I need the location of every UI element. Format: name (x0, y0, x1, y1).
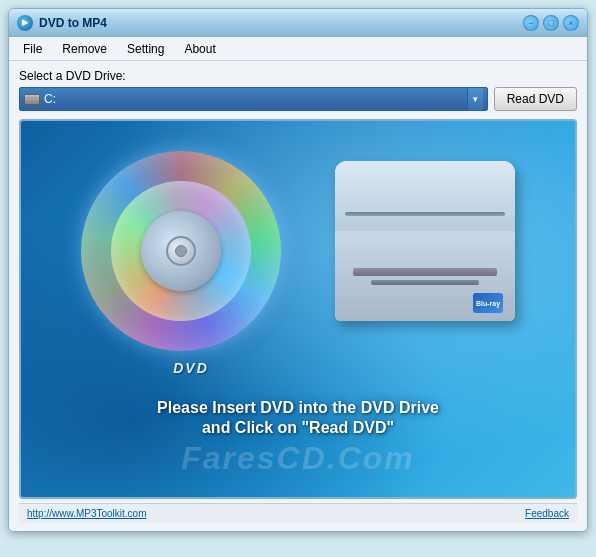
drive-icon (24, 94, 40, 105)
drive-strip-1 (353, 268, 497, 276)
drive-select-wrapper: C: ▼ (19, 87, 488, 111)
close-button[interactable]: × (563, 15, 579, 31)
minimize-button[interactable]: − (523, 15, 539, 31)
menu-setting[interactable]: Setting (117, 40, 174, 58)
disc-hub (166, 236, 196, 266)
title-bar-left: ▶ DVD to MP4 (17, 15, 107, 31)
maximize-button[interactable]: □ (543, 15, 559, 31)
menu-file[interactable]: File (13, 40, 52, 58)
insert-text-line1: Please Insert DVD into the DVD Drive (21, 399, 575, 417)
drive-label: Select a DVD Drive: (19, 69, 577, 83)
drive-body: Blu-ray (335, 161, 515, 321)
drive-select[interactable]: C: ▼ (19, 87, 488, 111)
disc-hole (175, 245, 187, 257)
disc-inner-ring (111, 181, 251, 321)
menu-about[interactable]: About (174, 40, 225, 58)
dvd-disc: DVD (81, 151, 301, 371)
content-area: Select a DVD Drive: C: ▼ Read DVD (9, 61, 587, 531)
drive-strip-2 (371, 280, 479, 285)
main-window: ▶ DVD to MP4 − □ × File Remove Setting A… (8, 8, 588, 532)
drive-slot (345, 212, 505, 216)
drive-select-value: C: (44, 92, 467, 106)
drive-top (335, 161, 515, 231)
watermark-text: FaresCD.Com (21, 440, 575, 477)
window-title: DVD to MP4 (39, 16, 107, 30)
read-dvd-button[interactable]: Read DVD (494, 87, 577, 111)
feedback-link[interactable]: Feedback (525, 508, 569, 519)
bluray-logo: Blu-ray (473, 293, 503, 313)
drive-row: C: ▼ Read DVD (19, 87, 577, 111)
dropdown-arrow-icon[interactable]: ▼ (467, 88, 483, 110)
title-bar: ▶ DVD to MP4 − □ × (9, 9, 587, 37)
app-icon: ▶ (17, 15, 33, 31)
drive-bottom: Blu-ray (335, 231, 515, 321)
status-link[interactable]: http://www.MP3Toolkit.com (27, 508, 146, 519)
insert-text-line2: and Click on "Read DVD" (21, 419, 575, 437)
main-image-area: DVD Blu-ray (19, 119, 577, 499)
bluray-drive: Blu-ray (335, 161, 535, 361)
status-bar: http://www.MP3Toolkit.com Feedback (19, 503, 577, 523)
dvd-disc-label: DVD (173, 360, 209, 376)
disc-center (141, 211, 221, 291)
insert-instruction: Please Insert DVD into the DVD Drive and… (21, 399, 575, 437)
disc-outer-ring (81, 151, 281, 351)
bluray-logo-text: Blu-ray (476, 300, 500, 307)
menu-bar: File Remove Setting About (9, 37, 587, 61)
window-controls: − □ × (523, 15, 579, 31)
menu-remove[interactable]: Remove (52, 40, 117, 58)
